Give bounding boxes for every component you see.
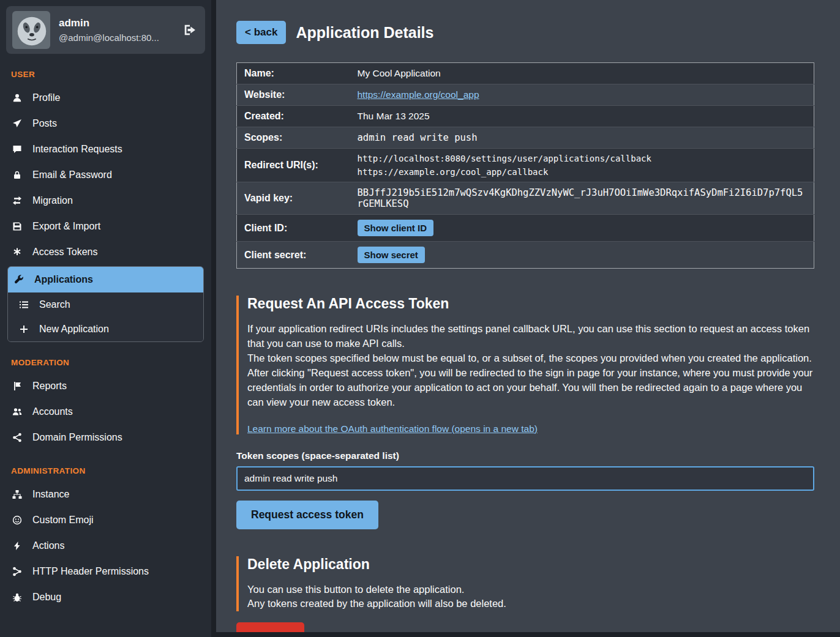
sidebar-item-actions[interactable]: Actions: [6, 533, 205, 559]
sidebar-section-moderation: MODERATION: [11, 358, 200, 367]
request-token-text: After clicking "Request access token", y…: [247, 366, 814, 410]
sidebar-item-label: Actions: [32, 540, 64, 551]
sidebar-item-label: New Application: [39, 324, 109, 335]
request-token-title: Request An API Access Token: [247, 296, 814, 312]
applications-submenu: Search New Application: [8, 292, 203, 341]
sidebar-item-interaction-requests[interactable]: Interaction Requests: [6, 136, 205, 162]
detail-value: admin read write push: [350, 127, 814, 149]
sidebar-item-label: Search: [39, 299, 70, 310]
table-row-created: Created: Thu Mar 13 2025: [237, 106, 814, 127]
save-icon: [11, 222, 23, 231]
detail-label: Name:: [237, 63, 350, 84]
users-icon: [11, 407, 23, 417]
sidebar-item-label: Custom Emoji: [32, 515, 94, 526]
back-button[interactable]: < back: [236, 21, 286, 44]
delete-application-text: Any tokens created by the application wi…: [247, 597, 814, 611]
asterisk-icon: [11, 247, 23, 257]
table-row-scopes: Scopes: admin read write push: [237, 127, 814, 149]
table-row-client-id: Client ID: Show client ID: [237, 215, 814, 242]
sidebar-item-label: Accounts: [32, 406, 73, 417]
request-token-section: Request An API Access Token If your appl…: [236, 296, 814, 434]
show-client-id-button[interactable]: Show client ID: [358, 220, 434, 236]
sidebar-item-accounts[interactable]: Accounts: [6, 399, 205, 425]
flag-icon: [11, 381, 23, 391]
sidebar-item-custom-emoji[interactable]: Custom Emoji: [6, 507, 205, 533]
applications-nav-group: Applications Search New Application: [7, 266, 204, 342]
sidebar-item-applications[interactable]: Applications: [8, 267, 203, 292]
detail-label: Client ID:: [237, 215, 350, 242]
sidebar-item-label: Profile: [32, 92, 60, 103]
sidebar-item-posts[interactable]: Posts: [6, 111, 205, 136]
request-access-token-button[interactable]: Request access token: [236, 501, 378, 529]
table-row-website: Website: https://example.org/cool_app: [237, 84, 814, 106]
redirect-uri: http://localhost:8080/settings/user/appl…: [358, 154, 807, 163]
detail-label: Scopes:: [237, 127, 350, 149]
sidebar-item-label: Posts: [32, 118, 57, 129]
detail-label: Website:: [237, 84, 350, 106]
sidebar-item-label: Access Tokens: [32, 247, 97, 258]
detail-label: Client secret:: [237, 242, 350, 269]
sidebar-item-label: Interaction Requests: [32, 144, 122, 155]
vapid-key-value: BBJffJ219b5iE512m7wQSzv4KgKDhgZZVzNyWC_r…: [350, 182, 814, 215]
plus-icon: [18, 324, 30, 334]
table-row-name: Name: My Cool Application: [237, 63, 814, 84]
sidebar-item-email-password[interactable]: Email & Password: [6, 162, 205, 188]
token-scopes-input[interactable]: [236, 466, 814, 491]
user-handle: @admin@localhost:80...: [59, 32, 172, 43]
sidebar-item-label: Applications: [34, 274, 93, 285]
delete-button[interactable]: Delete: [236, 622, 304, 632]
sidebar-item-http-header-permissions[interactable]: HTTP Header Permissions: [6, 559, 205, 584]
sidebar: admin @admin@localhost:80... USER Profil…: [0, 0, 211, 637]
page-title: Application Details: [296, 24, 433, 42]
sidebar-item-new-application[interactable]: New Application: [8, 317, 203, 341]
sidebar-item-label: Export & Import: [32, 221, 100, 232]
sidebar-item-label: HTTP Header Permissions: [32, 566, 149, 577]
delete-application-section: Delete Application You can use this butt…: [236, 556, 814, 612]
sloth-avatar-image: [12, 11, 50, 49]
main-content: < back Application Details Name: My Cool…: [216, 0, 840, 632]
user-info: admin @admin@localhost:80...: [59, 17, 172, 43]
table-row-redirect-uris: Redirect URI(s): http://localhost:8080/s…: [237, 149, 814, 182]
detail-label: Vapid key:: [237, 182, 350, 215]
sign-out-icon[interactable]: [181, 21, 199, 39]
sidebar-item-debug[interactable]: Debug: [6, 584, 205, 610]
sidebar-item-domain-permissions[interactable]: Domain Permissions: [6, 425, 205, 450]
token-scopes-form: Token scopes (space-separated list) Requ…: [236, 450, 814, 529]
website-link[interactable]: https://example.org/cool_app: [358, 89, 479, 100]
avatar: [12, 11, 50, 49]
table-row-client-secret: Client secret: Show secret: [237, 242, 814, 269]
sidebar-item-label: Domain Permissions: [32, 432, 122, 443]
application-details-table: Name: My Cool Application Website: https…: [236, 62, 814, 269]
user-card: admin @admin@localhost:80...: [6, 6, 205, 54]
sidebar-item-label: Email & Password: [32, 169, 112, 181]
redirect-uri: https://example.org/cool_app/callback: [358, 167, 807, 177]
sidebar-item-profile[interactable]: Profile: [6, 85, 205, 111]
sidebar-item-label: Migration: [32, 195, 73, 206]
sidebar-item-label: Debug: [32, 592, 61, 603]
sidebar-section-administration: ADMINISTRATION: [11, 466, 200, 475]
exchange-arrows-icon: [11, 196, 23, 206]
list-icon: [18, 300, 30, 310]
table-row-vapid-key: Vapid key: BBJffJ219b5iE512m7wQSzv4KgKDh…: [237, 182, 814, 215]
sidebar-item-instance[interactable]: Instance: [6, 482, 205, 507]
show-secret-button[interactable]: Show secret: [358, 247, 425, 263]
network-nodes-icon: [11, 567, 23, 576]
delete-application-text: You can use this button to delete the ap…: [247, 583, 814, 597]
paper-plane-icon: [11, 119, 23, 129]
sidebar-item-access-tokens[interactable]: Access Tokens: [6, 239, 205, 265]
sidebar-section-user: USER: [11, 70, 200, 79]
request-token-text: The token scopes specified below must be…: [247, 351, 814, 366]
lock-icon: [11, 170, 23, 180]
sidebar-item-search[interactable]: Search: [8, 292, 203, 317]
sitemap-icon: [11, 490, 23, 499]
sidebar-item-migration[interactable]: Migration: [6, 188, 205, 214]
sidebar-item-export-import[interactable]: Export & Import: [6, 214, 205, 239]
oauth-docs-link[interactable]: Learn more about the OAuth authenticatio…: [247, 423, 538, 434]
token-scopes-label: Token scopes (space-separated list): [236, 450, 814, 461]
sidebar-item-label: Reports: [32, 381, 67, 392]
smile-icon: [11, 515, 23, 525]
user-icon: [11, 93, 23, 103]
detail-label: Redirect URI(s):: [237, 149, 350, 182]
detail-value: My Cool Application: [350, 63, 814, 84]
sidebar-item-reports[interactable]: Reports: [6, 373, 205, 399]
